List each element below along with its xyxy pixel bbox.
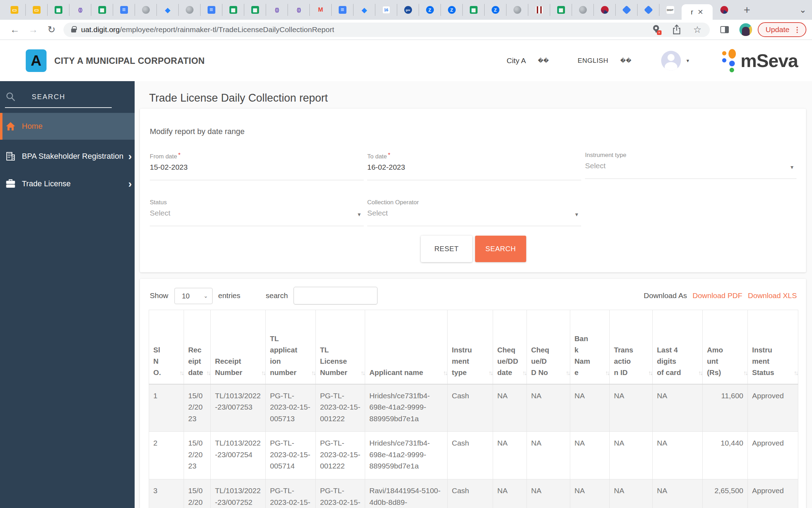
to-date-value[interactable]: 16-02-2023 [367,163,581,171]
reload-icon[interactable]: ↻ [42,24,61,35]
user-menu[interactable]: ▾ [661,51,689,71]
sort-icon[interactable]: ↑↓ [361,368,364,378]
reset-button[interactable]: RESET [421,236,472,262]
pinned-tab[interactable] [178,4,200,16]
sidebar-item-bpa-stakeholder-registration[interactable]: BPA Stakeholder Registration › [0,144,135,169]
location-blocked-icon[interactable]: × [652,25,660,35]
column-header-receipt_date[interactable]: Rec eipt date↑↓ [184,310,211,384]
column-header-applicant_name[interactable]: Applicant name↑↓ [365,310,448,384]
sort-icon[interactable]: ↑↓ [443,368,447,378]
sidebar-item-home[interactable]: Home [0,113,135,140]
instrument-type-value[interactable]: Select [585,162,796,170]
share-icon[interactable] [672,24,681,35]
tab-overflow-icon[interactable]: ⌄ [799,5,806,15]
column-header-receipt_number[interactable]: Receipt Number↑↓ [211,310,266,384]
pinned-tab[interactable] [353,4,375,16]
pinned-tab[interactable] [484,4,506,16]
sidebar-search[interactable]: SEARCH [0,81,135,102]
pinned-tab[interactable] [91,4,113,16]
to-date-field[interactable]: To date* 16-02-2023 [367,152,581,180]
sort-icon[interactable]: ↑↓ [698,368,702,378]
sidebar-item-trade-license[interactable]: Trade License › [0,171,135,196]
pinned-tab[interactable] [331,4,353,16]
sort-icon[interactable]: ↑↓ [794,368,797,378]
collection-operator-select[interactable]: Collection Operator Select ▼ [367,199,581,226]
download-pdf-link[interactable]: Download PDF [693,291,742,300]
pinned-tab[interactable] [550,4,572,16]
active-tab[interactable]: r ✕ [682,4,713,20]
pinned-tab[interactable] [397,4,419,16]
column-header-tl_license_number[interactable]: TL License Number↑↓ [316,310,365,384]
city-dropdown[interactable]: City A �� [506,56,549,65]
column-header-amount_rs[interactable]: Amo unt (Rs)↑↓ [703,310,748,384]
forward-icon[interactable]: → [24,24,42,35]
sort-icon[interactable]: ↑↓ [311,368,315,378]
pinned-tab[interactable] [135,4,156,16]
pinned-tab[interactable] [156,4,178,16]
sort-icon[interactable]: ↑↓ [743,368,747,378]
from-date-value[interactable]: 15-02-2023 [150,163,364,171]
bookmark-star-icon[interactable]: ☆ [693,24,701,35]
column-header-bank_name[interactable]: Ban k Nam e↑↓ [570,310,610,384]
pinned-tab[interactable] [572,4,593,16]
status-value[interactable]: Select [150,209,364,217]
instrument-type-select[interactable]: Instrument type Select ▼ [585,152,796,179]
column-header-sl_no[interactable]: Sl N O.↑↓ [149,310,184,384]
new-tab-button[interactable]: + [740,4,754,17]
column-header-cheque_dd_no[interactable]: Cheq ue/D D No↑↓ [527,310,570,384]
status-select[interactable]: Status Select ▼ [150,199,364,226]
pinned-tab[interactable] [713,4,735,16]
pinned-tab[interactable] [266,4,288,16]
pinned-tab[interactable] [659,4,681,16]
tab-close-icon[interactable]: ✕ [697,8,703,16]
pinned-tab[interactable] [222,4,244,16]
pinned-tab[interactable] [69,4,91,16]
pinned-tab[interactable] [200,4,222,16]
column-header-cheque_dd_date[interactable]: Cheq ue/DD date↑↓ [493,310,527,384]
pinned-tab[interactable] [441,4,462,16]
from-date-field[interactable]: From date* 15-02-2023 [150,152,364,180]
pinned-tab[interactable] [506,4,528,16]
pinned-tab[interactable] [375,4,397,16]
sort-icon[interactable]: ↑↓ [488,368,492,378]
pinned-tab[interactable] [309,4,331,16]
pinned-tab[interactable] [288,4,309,16]
browser-menu-icon[interactable]: ⋮ [794,25,801,34]
pinned-tab[interactable] [47,4,69,16]
sort-icon[interactable]: ↑↓ [605,368,609,378]
pinned-tab[interactable] [593,4,615,16]
sort-icon[interactable]: ↑↓ [522,368,526,378]
chrome-update-button[interactable]: Update ⋮ [758,22,806,37]
collection-operator-value[interactable]: Select [367,209,581,217]
url-text[interactable]: uat.digit.org/employee/report/rainmaker-… [81,25,334,34]
user-avatar[interactable] [661,51,681,71]
pinned-tab[interactable] [528,4,550,16]
pinned-tab[interactable] [4,4,25,16]
pinned-tab[interactable] [113,4,135,16]
download-xls-link[interactable]: Download XLS [748,291,797,300]
page-size-select[interactable]: 10 ⌄ [174,288,213,304]
pinned-tab[interactable] [419,4,441,16]
sort-icon[interactable]: ↑↓ [261,368,265,378]
search-button[interactable]: SEARCH [475,236,526,262]
back-icon[interactable]: ← [6,24,24,35]
pinned-tab[interactable] [25,4,47,16]
column-header-instrument_type[interactable]: Instru ment type↑↓ [448,310,493,384]
sort-icon[interactable]: ↑↓ [206,368,210,378]
browser-profile-avatar[interactable] [739,23,752,36]
column-header-transaction_id[interactable]: Trans actio n ID↑↓ [610,310,653,384]
column-header-instrument_status[interactable]: Instru ment Status↑↓ [748,310,798,384]
table-search-input[interactable] [294,287,377,304]
pinned-tab[interactable] [615,4,637,16]
lock-icon[interactable] [71,29,76,32]
sort-icon[interactable]: ↑↓ [648,368,652,378]
column-header-last4_card[interactable]: Last 4 digits of card↑↓ [653,310,703,384]
pinned-tab[interactable] [637,4,659,16]
url-bar[interactable]: uat.digit.org/employee/report/rainmaker-… [63,23,710,37]
pinned-tab[interactable] [244,4,266,16]
sort-icon[interactable]: ↑↓ [179,368,183,378]
column-header-tl_application_number[interactable]: TL applicat ion number↑↓ [266,310,316,384]
side-panel-icon[interactable] [720,26,729,33]
language-dropdown[interactable]: ENGLISH �� [578,57,632,65]
pinned-tab[interactable] [462,4,484,16]
